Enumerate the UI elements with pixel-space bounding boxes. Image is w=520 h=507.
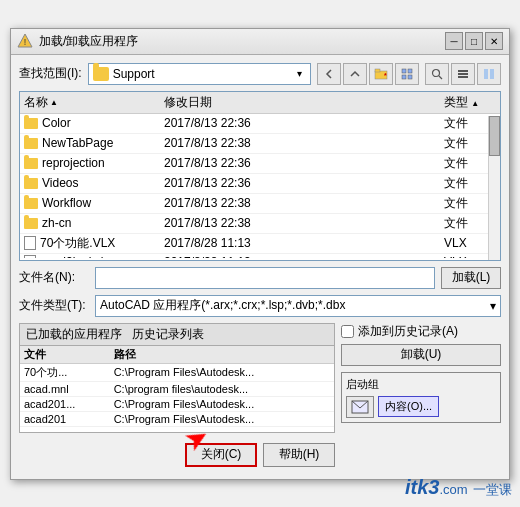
app-path-cell: C:\program files\autodesk... <box>110 381 334 396</box>
right-icons <box>425 63 501 85</box>
search-icon-btn[interactable] <box>425 63 449 85</box>
file-name-text: acad2kml.vlx <box>40 255 109 258</box>
minimize-button[interactable]: ─ <box>445 32 463 50</box>
file-icon <box>24 255 36 258</box>
svg-rect-12 <box>458 73 468 75</box>
panel-title: 已加载的应用程序 历史记录列表 <box>20 324 334 346</box>
back-button[interactable] <box>317 63 341 85</box>
svg-rect-3 <box>375 69 380 72</box>
file-list-container: 名称 ▲ 修改日期 类型 ▲ Color2017/8/13 22:36文件New… <box>19 91 501 261</box>
bottom-row: 关闭(C) 帮助(H) <box>19 439 501 471</box>
file-icon <box>24 236 36 250</box>
table-row[interactable]: acad2kml.vlx2017/8/28 11:13VLX <box>20 254 500 258</box>
file-date-text: 2017/8/13 22:38 <box>160 136 440 150</box>
help-button[interactable]: 帮助(H) <box>263 443 335 467</box>
path-combobox[interactable]: Support ▾ <box>88 63 311 85</box>
close-dialog-button[interactable]: 关闭(C) <box>185 443 257 467</box>
file-date-text: 2017/8/13 22:36 <box>160 176 440 190</box>
title-bar: ! 加载/卸载应用程序 ─ □ ✕ <box>11 29 509 55</box>
loaded-table: 文件 路径 70个功...C:\Program Files\Autodesk..… <box>20 346 334 427</box>
folder-icon <box>24 178 38 189</box>
filetype-value: AutoCAD 应用程序(*.arx;*.crx;*.lsp;*.dvb;*.d… <box>100 297 490 314</box>
view3-icon-btn[interactable] <box>477 63 501 85</box>
file-cell-name: Workflow <box>20 196 160 210</box>
list-item[interactable]: acad201C:\Program Files\Autodesk... <box>20 411 334 426</box>
startup-label: 启动组 <box>346 377 496 392</box>
col-date-header[interactable]: 修改日期 <box>160 94 440 111</box>
folder-icon <box>24 218 38 229</box>
look-in-label: 查找范围(I): <box>19 65 82 82</box>
file-date-text: 2017/8/13 22:38 <box>160 196 440 210</box>
col-type-header[interactable]: 类型 ▲ <box>440 94 500 111</box>
folder-icon <box>24 158 38 169</box>
scrollbar-thumb[interactable] <box>489 116 500 156</box>
file-date-text: 2017/8/13 22:38 <box>160 216 440 230</box>
svg-rect-6 <box>408 69 412 73</box>
list-item[interactable]: acad.mnlC:\program files\autodesk... <box>20 381 334 396</box>
unload-button[interactable]: 卸载(U) <box>341 344 501 366</box>
content-button[interactable]: 内容(O)... <box>378 396 439 417</box>
table-row[interactable]: zh-cn2017/8/13 22:38文件 <box>20 214 500 234</box>
file-name-text: 70个功能.VLX <box>40 235 115 252</box>
svg-rect-7 <box>402 75 406 79</box>
file-date-text: 2017/8/28 11:13 <box>160 236 440 250</box>
app-file-cell: acad201 <box>20 411 110 426</box>
table-row[interactable]: Workflow2017/8/13 22:38文件 <box>20 194 500 214</box>
startup-group: 启动组 内容(O)... <box>341 372 501 423</box>
file-cell-name: zh-cn <box>20 216 160 230</box>
table-row[interactable]: reprojection2017/8/13 22:36文件 <box>20 154 500 174</box>
title-bar-buttons: ─ □ ✕ <box>445 32 503 50</box>
view2-icon-btn[interactable] <box>451 63 475 85</box>
history-tab[interactable]: 历史记录列表 <box>132 326 204 343</box>
file-cell-name: Color <box>20 116 160 130</box>
sort-icon: ▲ <box>50 98 58 107</box>
dialog-title: 加载/卸载应用程序 <box>39 33 138 50</box>
view-button[interactable] <box>395 63 419 85</box>
lower-section: 已加载的应用程序 历史记录列表 文件 路径 70个功...C:\Program … <box>19 323 501 433</box>
mail-icon-btn[interactable] <box>346 396 374 418</box>
path-dropdown-arrow[interactable]: ▾ <box>292 68 306 79</box>
main-dialog: ! 加载/卸载应用程序 ─ □ ✕ 查找范围(I): Support ▾ <box>10 28 510 480</box>
list-item[interactable]: acad201...C:\Program Files\Autodesk... <box>20 396 334 411</box>
dropdown-arrow: ▾ <box>490 299 496 313</box>
file-date-text: 2017/8/13 22:36 <box>160 116 440 130</box>
right-panel: 添加到历史记录(A) 卸载(U) 启动组 内容(O)... <box>341 323 501 433</box>
filename-input[interactable] <box>95 267 435 289</box>
table-row[interactable]: NewTabPage2017/8/13 22:38文件 <box>20 134 500 154</box>
table-row[interactable]: 70个功能.VLX2017/8/28 11:13VLX <box>20 234 500 254</box>
maximize-button[interactable]: □ <box>465 32 483 50</box>
loaded-apps-tab[interactable]: 已加载的应用程序 <box>26 326 122 343</box>
path-text: Support <box>113 67 292 81</box>
file-date-text: 2017/8/13 22:36 <box>160 156 440 170</box>
dialog-body: 查找范围(I): Support ▾ * <box>11 55 509 479</box>
load-button[interactable]: 加载(L) <box>441 267 501 289</box>
list-item[interactable]: 70个功...C:\Program Files\Autodesk... <box>20 363 334 381</box>
panel-content[interactable]: 文件 路径 70个功...C:\Program Files\Autodesk..… <box>20 346 334 432</box>
folder-icon <box>93 67 109 81</box>
file-cell-name: 70个功能.VLX <box>20 235 160 252</box>
folder-icon <box>24 138 38 149</box>
scrollbar[interactable] <box>488 116 500 260</box>
loaded-apps-panel: 已加载的应用程序 历史记录列表 文件 路径 70个功...C:\Program … <box>19 323 335 433</box>
col-name-header[interactable]: 名称 ▲ <box>20 94 160 111</box>
app-path-cell: C:\Program Files\Autodesk... <box>110 411 334 426</box>
add-to-history-checkbox[interactable] <box>341 325 354 338</box>
svg-rect-11 <box>458 70 468 72</box>
file-list-header: 名称 ▲ 修改日期 类型 ▲ <box>20 92 500 114</box>
col-name-label: 名称 <box>24 94 48 111</box>
file-list[interactable]: Color2017/8/13 22:36文件NewTabPage2017/8/1… <box>20 114 500 258</box>
watermark-sub: 一堂课 <box>473 482 512 497</box>
up-button[interactable] <box>343 63 367 85</box>
close-button[interactable]: ✕ <box>485 32 503 50</box>
filetype-dropdown[interactable]: AutoCAD 应用程序(*.arx;*.crx;*.lsp;*.dvb;*.d… <box>95 295 501 317</box>
startup-icons: 内容(O)... <box>346 396 496 418</box>
table-row[interactable]: Color2017/8/13 22:36文件 <box>20 114 500 134</box>
file-cell-name: NewTabPage <box>20 136 160 150</box>
svg-line-10 <box>439 76 442 79</box>
add-to-history-label: 添加到历史记录(A) <box>358 323 458 340</box>
table-row[interactable]: Videos2017/8/13 22:36文件 <box>20 174 500 194</box>
watermark-domain: .com <box>439 482 467 497</box>
new-folder-button[interactable]: * <box>369 63 393 85</box>
file-cell-name: Videos <box>20 176 160 190</box>
file-name-text: zh-cn <box>42 216 71 230</box>
